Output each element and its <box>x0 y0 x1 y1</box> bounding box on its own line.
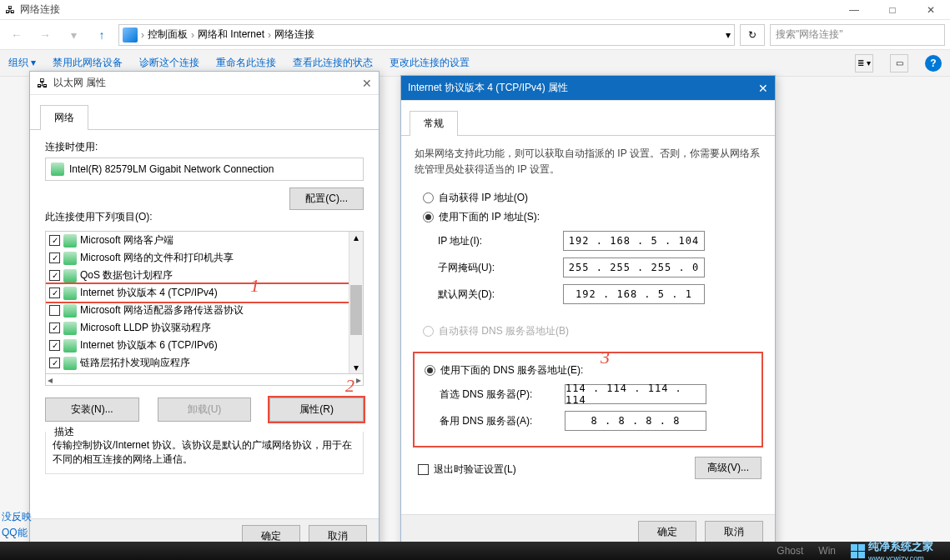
checkbox[interactable] <box>49 305 60 316</box>
ip-address-input[interactable]: 192 . 168 . 5 . 104 <box>563 231 705 251</box>
back-button[interactable]: ← <box>5 23 28 47</box>
radio-auto-dns: 自动获得 DNS 服务器地址(B) <box>423 324 762 338</box>
protocol-icon <box>63 252 77 265</box>
ipv4-properties-dialog: Internet 协议版本 4 (TCP/IPv4) 属性 ✕ 常规 如果网络支… <box>400 75 776 550</box>
adapter-name: Intel(R) 82579LM Gigabit Network Connect… <box>69 163 274 175</box>
properties-button[interactable]: 属性(R) <box>269 398 364 422</box>
list-item[interactable]: Microsoft 网络客户端 <box>80 233 173 248</box>
checkbox[interactable]: ✓ <box>49 322 60 333</box>
disable-device-button[interactable]: 禁用此网络设备 <box>53 56 123 70</box>
gateway-input[interactable]: 192 . 168 . 5 . 1 <box>563 284 705 304</box>
search-input[interactable]: 搜索"网络连接" <box>770 24 945 46</box>
dns-group-highlight: 使用下面的 DNS 服务器地址(E): 首选 DNS 服务器(P):114 . … <box>415 353 762 446</box>
description-box: 描述 传输控制协议/Internet 协议。该协议是默认的广域网络协议，用于在不… <box>45 432 364 474</box>
ip-label: IP 地址(I): <box>438 234 563 248</box>
checkbox[interactable]: ✓ <box>49 270 60 281</box>
bg-link[interactable]: 没反映 <box>2 510 32 524</box>
window-title: 网络连接 <box>20 2 835 17</box>
diagnose-button[interactable]: 诊断这个连接 <box>139 56 199 70</box>
configure-button[interactable]: 配置(C)... <box>289 188 364 210</box>
dns2-input[interactable]: 8 . 8 . 8 . 8 <box>565 411 706 431</box>
dns2-label: 备用 DNS 服务器(A): <box>440 414 565 428</box>
bg-link[interactable]: QQ能 <box>2 526 32 540</box>
adapter-field[interactable]: Intel(R) 82579LM Gigabit Network Connect… <box>45 158 364 181</box>
subnet-mask-input[interactable]: 255 . 255 . 255 . 0 <box>563 258 705 278</box>
view-icon-2[interactable]: ▭ <box>890 54 908 72</box>
mask-label: 子网掩码(U): <box>438 261 563 275</box>
eth-titlebar[interactable]: 🖧 以太网 属性 ✕ <box>30 72 379 95</box>
organize-menu[interactable]: 组织 ▾ <box>8 56 36 70</box>
ip-title: Internet 协议版本 4 (TCP/IPv4) 属性 <box>408 81 758 95</box>
radio-icon <box>423 326 434 337</box>
refresh-button[interactable]: ↻ <box>740 24 765 46</box>
breadcrumb-bar[interactable]: › 控制面板 › 网络和 Internet › 网络连接 ▾ <box>118 24 735 46</box>
checkbox[interactable]: ✓ <box>49 288 60 298</box>
win-text: Win <box>818 545 836 557</box>
tab-general[interactable]: 常规 <box>410 111 458 136</box>
checkbox[interactable] <box>418 464 429 475</box>
ip-close-button[interactable]: ✕ <box>758 82 768 95</box>
list-item[interactable]: QoS 数据包计划程序 <box>80 268 173 282</box>
crumb-network-internet[interactable]: 网络和 Internet <box>198 28 264 42</box>
minimize-button[interactable]: — <box>835 0 873 19</box>
eth-close-button[interactable]: ✕ <box>362 77 372 90</box>
nav-bar: ← → ▾ ↑ › 控制面板 › 网络和 Internet › 网络连接 ▾ ↻… <box>0 20 950 50</box>
radio-use-ip[interactable]: 使用下面的 IP 地址(S): <box>423 210 762 224</box>
protocol-icon <box>63 357 77 370</box>
ip-titlebar[interactable]: Internet 协议版本 4 (TCP/IPv4) 属性 ✕ <box>401 76 775 101</box>
list-item[interactable]: Microsoft LLDP 协议驱动程序 <box>80 321 211 335</box>
list-item[interactable]: Microsoft 网络的文件和打印机共享 <box>80 251 234 265</box>
radio-icon <box>423 212 434 222</box>
radio-use-dns[interactable]: 使用下面的 DNS 服务器地址(E): <box>425 363 760 378</box>
protocol-icon <box>63 339 77 352</box>
dns1-label: 首选 DNS 服务器(P): <box>440 388 565 402</box>
checkbox[interactable]: ✓ <box>49 358 60 368</box>
background-links: 没反映 QQ能 <box>2 510 32 540</box>
protocol-icon <box>63 287 77 300</box>
list-item[interactable]: Internet 协议版本 6 (TCP/IPv6) <box>80 338 218 352</box>
install-button[interactable]: 安装(N)... <box>45 398 139 422</box>
checkbox[interactable]: ✓ <box>49 340 60 351</box>
radio-icon <box>423 192 434 203</box>
ip-cancel-button[interactable]: 取消 <box>705 521 763 543</box>
crumb-control-panel[interactable]: 控制面板 <box>148 28 188 42</box>
radio-auto-ip[interactable]: 自动获得 IP 地址(O) <box>423 191 762 205</box>
ghost-text: Ghost <box>777 545 803 557</box>
view-status-button[interactable]: 查看此连接的状态 <box>293 56 373 70</box>
view-icon-1[interactable]: ≣ ▾ <box>855 54 873 72</box>
radio-icon <box>425 365 435 376</box>
ethernet-properties-dialog: 🖧 以太网 属性 ✕ 网络 连接时使用: Intel(R) 82579LM Gi… <box>29 71 379 554</box>
ethernet-icon: 🖧 <box>37 77 48 90</box>
help-icon[interactable]: ? <box>925 55 942 72</box>
breadcrumb-dropdown-icon[interactable]: ▾ <box>726 29 731 41</box>
advanced-button[interactable]: 高级(V)... <box>695 457 762 479</box>
protocol-icon <box>63 304 77 318</box>
protocol-list[interactable]: ✓Microsoft 网络客户端 ✓Microsoft 网络的文件和打印机共享 … <box>45 231 364 374</box>
brand-name: 纯净系统之家 <box>868 539 933 554</box>
crumb-network-connections[interactable]: 网络连接 <box>274 28 314 42</box>
recent-dropdown[interactable]: ▾ <box>62 23 85 47</box>
desc-label: 描述 <box>51 425 78 439</box>
tab-network[interactable]: 网络 <box>40 105 88 130</box>
list-item[interactable]: Microsoft 网络适配器多路传送器协议 <box>80 303 244 318</box>
items-label: 此连接使用下列项目(O): <box>45 210 364 224</box>
list-item[interactable]: 链路层拓扑发现响应程序 <box>80 356 190 370</box>
maximize-button[interactable]: □ <box>873 0 912 19</box>
checkbox[interactable]: ✓ <box>49 252 60 263</box>
forward-button[interactable]: → <box>33 23 57 47</box>
location-icon <box>123 28 138 42</box>
scrollbar[interactable]: ▴▾ <box>349 232 363 373</box>
ip-info-text: 如果网络支持此功能，则可以获取自动指派的 IP 设置。否则，你需要从网络系统管理… <box>415 146 762 178</box>
ip-ok-button[interactable]: 确定 <box>638 521 696 543</box>
protocol-icon <box>63 269 77 282</box>
eth-title: 以太网 属性 <box>53 76 362 90</box>
change-settings-button[interactable]: 更改此连接的设置 <box>390 56 470 70</box>
up-button[interactable]: ↑ <box>90 23 113 47</box>
close-button[interactable]: ✕ <box>912 0 950 19</box>
checkbox[interactable]: ✓ <box>49 235 60 246</box>
list-item-ipv4[interactable]: Internet 协议版本 4 (TCP/IPv4) <box>80 286 218 300</box>
dns1-input[interactable]: 114 . 114 . 114 . 114 <box>565 384 706 404</box>
rename-button[interactable]: 重命名此连接 <box>216 56 276 70</box>
protocol-icon <box>63 322 77 335</box>
adapter-icon <box>51 162 64 176</box>
